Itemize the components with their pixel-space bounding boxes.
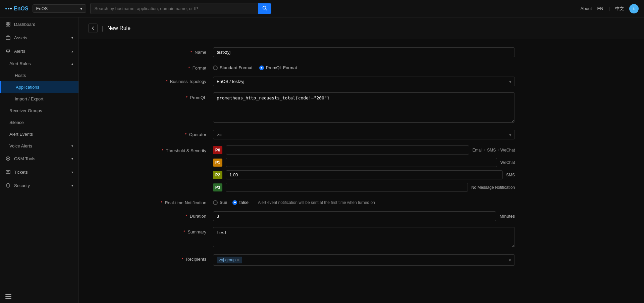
env-selector[interactable]: EnOS ▾ xyxy=(33,4,86,13)
security-arrow: ▾ xyxy=(71,184,73,187)
format-promql-option[interactable]: PromQL Format xyxy=(259,65,297,70)
sidebar-item-assets[interactable]: Assets ▾ xyxy=(0,31,78,44)
operator-select[interactable]: >= > <= < xyxy=(213,130,515,139)
p2-input[interactable] xyxy=(226,170,503,179)
p1-input[interactable] xyxy=(226,158,497,167)
header-right: About EN | 中文 t xyxy=(581,4,639,13)
voice-alerts-arrow: ▾ xyxy=(71,144,73,148)
realtime-true-option[interactable]: true xyxy=(213,200,227,205)
duration-control: Minutes xyxy=(213,211,515,221)
logo-text: EnOS xyxy=(14,6,29,12)
p0-input[interactable] xyxy=(226,145,469,155)
sidebar-item-hosts[interactable]: Hosts xyxy=(0,70,78,81)
realtime-false-radio[interactable] xyxy=(232,200,237,205)
realtime-label: * Real-time Notification xyxy=(146,198,213,205)
sidebar-item-silence[interactable]: Silence xyxy=(0,117,78,128)
sidebar-item-voice-alerts[interactable]: Voice Alerts ▾ xyxy=(0,140,78,152)
operator-label: * Operator xyxy=(146,130,213,137)
duration-input[interactable] xyxy=(213,211,496,221)
sidebar-label-silence: Silence xyxy=(9,120,24,125)
sidebar-item-alerts[interactable]: Alerts ▴ xyxy=(0,44,78,58)
sidebar-item-import-export[interactable]: Import / Export xyxy=(0,93,78,105)
sidebar-item-security[interactable]: Security ▾ xyxy=(0,179,78,192)
sidebar-item-receiver-groups[interactable]: Receiver Groups xyxy=(0,105,78,117)
topology-required: * xyxy=(166,79,167,84)
svg-rect-6 xyxy=(6,37,10,40)
hamburger-line-3 xyxy=(5,298,11,299)
page-divider: | xyxy=(102,25,103,32)
alerts-arrow: ▴ xyxy=(71,49,73,53)
back-button[interactable] xyxy=(88,24,98,33)
search-input[interactable] xyxy=(91,4,258,13)
threshold-row-p2: P2 SMS xyxy=(213,170,515,179)
logo-dots xyxy=(5,8,12,9)
p3-input[interactable] xyxy=(226,183,468,192)
logo-dot-3 xyxy=(10,8,12,9)
format-promql-label: PromQL Format xyxy=(266,65,297,70)
about-link[interactable]: About xyxy=(581,6,592,11)
realtime-false-option[interactable]: false xyxy=(232,200,248,205)
operator-control: >= > <= < xyxy=(213,130,515,139)
logo-dot-1 xyxy=(5,8,7,9)
lang-cn[interactable]: 中文 xyxy=(615,6,624,12)
svg-line-1 xyxy=(265,9,267,10)
hamburger-line-1 xyxy=(5,294,11,295)
p3-notification: No Message Notification xyxy=(471,185,515,190)
lang-en[interactable]: EN xyxy=(597,6,603,11)
sidebar-item-applications[interactable]: Applications xyxy=(0,81,78,93)
om-tools-arrow: ▾ xyxy=(71,157,73,161)
assets-icon xyxy=(5,35,11,40)
alerts-icon xyxy=(5,48,11,54)
recipients-select[interactable]: zyj-group ✕ ▾ xyxy=(213,254,515,266)
promql-textarea[interactable]: prometheus_http_requests_total{code!~"20… xyxy=(213,92,515,123)
sidebar-item-om-tools[interactable]: O&M Tools ▾ xyxy=(0,152,78,165)
promql-label: * PromQL xyxy=(146,92,213,100)
assets-arrow: ▾ xyxy=(71,36,73,40)
realtime-control: true false Alert event notification will… xyxy=(213,198,515,205)
sidebar-label-hosts: Hosts xyxy=(15,73,26,78)
sidebar-item-tickets[interactable]: Tickets ▾ xyxy=(0,165,78,179)
sidebar-toggle[interactable] xyxy=(5,294,73,299)
sidebar-label-dashboard: Dashboard xyxy=(14,22,36,27)
sidebar-label-applications: Applications xyxy=(16,85,39,90)
sidebar-item-alert-rules[interactable]: Alert Rules ▴ xyxy=(0,58,78,70)
recipient-tag-close[interactable]: ✕ xyxy=(237,258,240,262)
logo: EnOS xyxy=(5,6,29,12)
hamburger-line-2 xyxy=(5,296,11,297)
format-required: * xyxy=(188,66,190,71)
topology-control: EnOS / testzyj xyxy=(213,77,515,86)
sidebar-item-alert-events[interactable]: Alert Events xyxy=(0,128,78,140)
threshold-label: * Threshold & Severity xyxy=(146,145,213,153)
duration-required: * xyxy=(185,214,187,219)
sidebar-label-receiver-groups: Receiver Groups xyxy=(9,108,42,113)
realtime-true-radio[interactable] xyxy=(213,200,218,205)
realtime-false-label: false xyxy=(239,200,248,205)
topology-label: * Business Topology xyxy=(146,77,213,84)
format-standard-radio[interactable] xyxy=(213,66,218,70)
summary-label: * Summary xyxy=(146,227,213,234)
form-row-promql: * PromQL prometheus_http_requests_total{… xyxy=(146,92,515,124)
summary-textarea[interactable]: test xyxy=(213,227,515,247)
realtime-required: * xyxy=(161,200,162,205)
format-standard-option[interactable]: Standard Format xyxy=(213,65,253,70)
recipients-control: zyj-group ✕ ▾ xyxy=(213,254,515,266)
realtime-true-label: true xyxy=(220,200,227,205)
env-selected-label: EnOS xyxy=(36,6,48,11)
om-tools-icon xyxy=(5,156,11,161)
form-row-recipients: * Recipients zyj-group ✕ ▾ xyxy=(146,254,515,266)
threshold-required: * xyxy=(162,148,163,153)
promql-control: prometheus_http_requests_total{code!~"20… xyxy=(213,92,515,124)
search-button[interactable] xyxy=(258,3,271,14)
summary-control: test xyxy=(213,227,515,248)
recipient-tag-zyj-group: zyj-group ✕ xyxy=(217,257,242,263)
user-avatar[interactable]: t xyxy=(629,4,639,13)
sidebar: Dashboard Assets ▾ Alerts ▴ Alert Rules … xyxy=(0,17,79,303)
sidebar-bottom xyxy=(0,290,78,303)
top-header: EnOS EnOS ▾ About EN | 中文 t xyxy=(0,0,644,17)
sidebar-item-dashboard[interactable]: Dashboard xyxy=(0,17,78,31)
format-promql-radio[interactable] xyxy=(259,66,264,70)
name-input[interactable] xyxy=(213,47,515,57)
recipient-tag-label: zyj-group xyxy=(219,258,235,262)
format-label: * Format xyxy=(146,63,213,71)
topology-select[interactable]: EnOS / testzyj xyxy=(213,77,515,86)
